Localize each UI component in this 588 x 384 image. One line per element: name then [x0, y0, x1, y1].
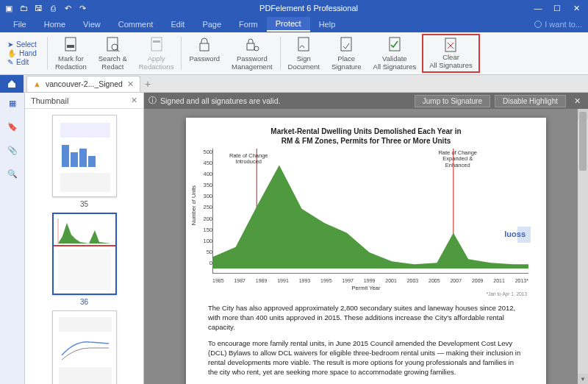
place-signature-button[interactable]: PlaceSignature: [326, 34, 368, 73]
edit-tool[interactable]: ✎Edit: [7, 58, 46, 66]
thumbnail-37[interactable]: 37: [52, 310, 117, 384]
svg-rect-1: [67, 45, 74, 48]
paragraph-1: The City has also approved approximately…: [208, 304, 524, 332]
open-icon[interactable]: 🗀: [18, 2, 29, 14]
svg-rect-13: [445, 38, 456, 51]
svg-rect-8: [247, 43, 254, 50]
workspace: ▦ 🔖 📎 🔍 Thumbnail ✕ 35 36 37: [0, 93, 588, 384]
page-body: The City has also approved approximately…: [186, 296, 546, 384]
apply-redactions-button: ApplyRedactions: [133, 34, 180, 73]
menu-bar: File Home View Comment Edit Page Form Pr…: [0, 16, 588, 32]
clear-signatures-button[interactable]: ClearAll Signatures: [422, 34, 480, 73]
svg-rect-11: [341, 38, 351, 51]
disable-highlight-button[interactable]: Disable Highlight: [495, 95, 566, 107]
tab-label: vancouver-2..._Signed: [46, 79, 123, 88]
ribbon-protect: ➤Select ✋Hand ✎Edit Mark forRedaction Se…: [0, 32, 588, 75]
svg-rect-20: [88, 156, 96, 167]
svg-rect-16: [60, 123, 110, 138]
search-bulb-icon: [534, 21, 542, 28]
selection-group: ➤Select ✋Hand ✎Edit: [3, 34, 46, 73]
thumbnail-panel: Thumbnail ✕ 35 36 37: [25, 93, 144, 384]
thumbnail-35[interactable]: 35: [52, 115, 117, 208]
password-mgmt-button[interactable]: PasswordManagement: [226, 34, 278, 73]
chart-footnote: *Jan to Apr 1, 2013: [186, 291, 546, 296]
tell-me-search[interactable]: I want to...: [534, 20, 582, 29]
jump-signature-button[interactable]: Jump to Signature: [415, 95, 490, 107]
pencil-icon: ✎: [7, 58, 13, 66]
svg-rect-0: [65, 38, 76, 51]
mark-redaction-button[interactable]: Mark forRedaction: [49, 34, 93, 73]
search-redact-button[interactable]: Search &Redact: [93, 34, 133, 73]
attachments-icon[interactable]: 📎: [7, 144, 18, 156]
menu-comment[interactable]: Comment: [110, 18, 162, 31]
menu-help[interactable]: Help: [310, 18, 345, 31]
vertical-scrollbar[interactable]: ▲ ▼: [578, 109, 588, 384]
maximize-button[interactable]: ☐: [548, 2, 566, 14]
document-tab[interactable]: ▲ vancouver-2..._Signed ✕: [26, 76, 140, 92]
document-tab-bar: ▲ vancouver-2..._Signed ✕ +: [0, 75, 588, 93]
paragraph-2: To encourage more family rental units, i…: [208, 339, 524, 377]
warning-icon: ▲: [33, 79, 41, 88]
chart-plot: Rate of Change Introduced Rate of Change…: [212, 149, 528, 274]
title-bar: ▣ 🗀 🖫 ⎙ ↶ ↷ PDFelement 6 Professional — …: [0, 0, 588, 16]
undo-icon[interactable]: ↶: [62, 2, 74, 14]
info-icon: ⓘ: [148, 96, 157, 106]
place-sig-icon: [338, 36, 354, 54]
bookmarks-icon[interactable]: 🔖: [7, 121, 18, 132]
clear-sig-icon: [442, 37, 459, 52]
signature-bar: ⓘ Signed and all signatures are valid. J…: [144, 93, 588, 109]
tab-close-icon[interactable]: ✕: [127, 79, 134, 88]
print-icon[interactable]: ⎙: [47, 2, 59, 14]
close-button[interactable]: ✕: [567, 2, 585, 14]
scroll-down-icon[interactable]: ▼: [578, 374, 588, 384]
menu-page[interactable]: Page: [193, 18, 230, 31]
menu-home[interactable]: Home: [35, 18, 74, 31]
validate-icon: [387, 36, 403, 54]
pdf-page: Market-Rental Dwelling Units Demolished …: [186, 118, 546, 384]
search-panel-icon[interactable]: 🔍: [7, 168, 18, 179]
minimize-button[interactable]: —: [529, 2, 547, 14]
lock-gear-icon: [244, 36, 260, 54]
svg-rect-7: [200, 43, 209, 51]
svg-rect-10: [298, 38, 309, 51]
menu-protect[interactable]: Protect: [267, 17, 310, 32]
signature-status: Signed and all signatures are valid.: [160, 96, 280, 105]
thumbnail-list[interactable]: 35 36 37: [25, 109, 143, 384]
home-tab-button[interactable]: [0, 75, 24, 93]
chart: Number of Units 500450400350300250200150…: [186, 146, 546, 277]
home-icon: [7, 79, 17, 89]
sign-document-button[interactable]: SignDocument: [282, 34, 326, 73]
thumbnail-36[interactable]: 36: [52, 213, 117, 306]
window-title: PDFelement 6 Professional: [88, 4, 529, 13]
app-icon: ▣: [3, 2, 15, 14]
thumbnails-icon[interactable]: ▦: [7, 97, 18, 109]
menu-view[interactable]: View: [74, 18, 110, 31]
new-tab-button[interactable]: +: [145, 78, 151, 90]
svg-rect-6: [153, 40, 160, 43]
save-icon[interactable]: 🖫: [32, 2, 44, 14]
password-button[interactable]: Password: [183, 34, 226, 73]
select-tool[interactable]: ➤Select: [7, 40, 46, 49]
thumbnail-close-icon[interactable]: ✕: [131, 96, 137, 105]
menu-edit[interactable]: Edit: [162, 18, 193, 31]
validate-signatures-button[interactable]: ValidateAll Signatures: [368, 34, 423, 73]
svg-point-3: [112, 44, 118, 50]
hand-tool[interactable]: ✋Hand: [7, 49, 46, 57]
thumbnail-header: Thumbnail ✕: [25, 93, 143, 109]
scroll-thumb[interactable]: [579, 112, 587, 171]
menu-file[interactable]: File: [4, 18, 35, 31]
svg-rect-24: [54, 245, 115, 246]
svg-rect-19: [79, 149, 87, 167]
svg-rect-17: [62, 145, 69, 167]
quick-access-toolbar: ▣ 🗀 🖫 ⎙ ↶ ↷: [3, 2, 88, 14]
svg-rect-27: [59, 367, 112, 384]
sigbar-close-icon[interactable]: ✕: [570, 96, 584, 105]
svg-rect-18: [71, 152, 78, 167]
document-apply-icon: [148, 36, 165, 54]
svg-rect-5: [151, 38, 162, 51]
menu-form[interactable]: Form: [230, 18, 267, 31]
side-rail: ▦ 🔖 📎 🔍: [0, 93, 25, 384]
hand-icon: ✋: [7, 49, 16, 57]
lock-icon: [196, 36, 212, 54]
redo-icon[interactable]: ↷: [76, 2, 88, 14]
